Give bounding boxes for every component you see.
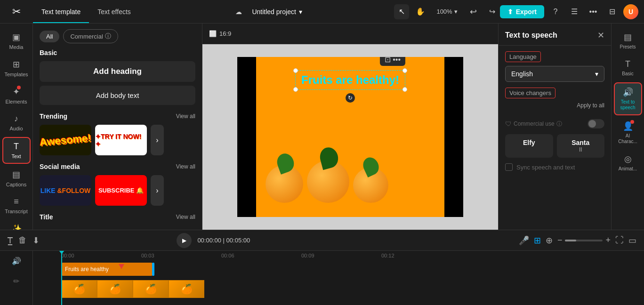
social-view-all[interactable]: View all: [176, 163, 195, 170]
zoom-control[interactable]: 100%▾: [432, 4, 462, 19]
video-clip-2[interactable]: 🍊: [97, 280, 133, 298]
download-icon[interactable]: ⬇: [32, 235, 40, 246]
text-track-end-handle[interactable]: [152, 263, 154, 276]
more-button[interactable]: •••: [586, 4, 601, 19]
text-tool-icon[interactable]: T̲: [8, 235, 13, 246]
video-clip-1[interactable]: 🍊: [61, 280, 97, 298]
apply-all-button[interactable]: Apply to all: [577, 102, 604, 109]
voice-card-santa[interactable]: Santa II: [557, 134, 605, 158]
sync-label: Sync speech and text: [516, 164, 575, 171]
right-item-ai-charac[interactable]: 👤 AI Charac...: [614, 117, 642, 148]
right-item-basic[interactable]: T Basic: [614, 56, 642, 80]
ai-gen-icon[interactable]: ⊞: [534, 235, 541, 246]
filter-all[interactable]: All: [40, 31, 59, 42]
effects-icon: ✨: [11, 224, 22, 230]
sidebar-item-audio[interactable]: ♪ Audio: [2, 110, 31, 135]
trending-item-awesome[interactable]: Awesome!: [40, 125, 91, 155]
timeline-right: 🎤 ⊞ ⊕ − + ⛶ ▭: [519, 235, 636, 246]
rotate-handle[interactable]: ↻: [346, 93, 355, 103]
avatar[interactable]: U: [623, 4, 638, 19]
animat-icon: ◎: [624, 154, 632, 164]
split-icon[interactable]: ⊕: [546, 235, 553, 246]
text-box[interactable]: Fruits are healthy! ↻: [295, 70, 405, 90]
title-view-all[interactable]: View all: [176, 214, 195, 220]
tts-voice-section: Voice changers Apply to all: [499, 88, 611, 119]
mic-icon[interactable]: 🎤: [519, 235, 529, 246]
play-button[interactable]: ▶: [177, 233, 192, 248]
basic-section: Basic Add heading Add body text: [33, 49, 202, 112]
language-select[interactable]: English ▾: [505, 66, 604, 82]
video-clips: 🍊 🍊 🍊 🍊: [61, 280, 204, 298]
project-name[interactable]: Untitled project ▾: [252, 8, 302, 16]
right-item-presets[interactable]: ▤ Presets: [614, 28, 642, 54]
upload-button[interactable]: ☁: [231, 4, 246, 19]
hand-tool[interactable]: ✋: [413, 4, 428, 19]
social-item-subscribe[interactable]: SUBSCRIBE 🔔: [95, 175, 147, 206]
tl-edit-icon[interactable]: ✏: [13, 277, 19, 286]
sidebar-item-transcript[interactable]: ≡ Transcript: [2, 193, 31, 218]
brand-button[interactable]: ☰: [567, 4, 582, 19]
layout-button[interactable]: ⊟: [604, 4, 620, 19]
handle-bl[interactable]: [293, 87, 298, 92]
social-item-like-follow[interactable]: LIKE &FOLLOW: [40, 175, 91, 206]
language-label: Language: [505, 51, 541, 62]
social-scroll-arrow[interactable]: ›: [151, 175, 164, 206]
captions-icon: ▤: [12, 169, 20, 180]
timeline-playhead: [61, 251, 62, 305]
select-tool[interactable]: ↖: [394, 4, 409, 19]
tv-icon[interactable]: ▭: [628, 235, 636, 246]
tab-text-template[interactable]: Text template: [33, 0, 89, 23]
topbar-right: ⬆ Export ? ☰ ••• ⊟ U: [500, 4, 644, 19]
sidebar-item-templates[interactable]: ⊞ Templates: [2, 56, 31, 81]
handle-tl[interactable]: [293, 68, 298, 73]
add-body-text-button[interactable]: Add body text: [40, 86, 195, 105]
voice-changers-label: Voice changers: [505, 88, 555, 98]
sidebar-item-effects[interactable]: ✨ Effects: [2, 220, 31, 230]
video-clip-3[interactable]: 🍊: [133, 280, 169, 298]
right-item-text-to-speech[interactable]: 🔊 Text tospeech: [614, 82, 642, 115]
tab-text-effects[interactable]: Text effects: [89, 0, 139, 23]
canvas-area: ⬜ 16:9 ⊡ •••: [202, 24, 498, 230]
tts-close-button[interactable]: ✕: [597, 30, 604, 40]
filter-commercial[interactable]: Commercial ⓘ: [63, 29, 118, 43]
topbar-center: ☁ Untitled project ▾: [139, 4, 394, 19]
trending-item-try[interactable]: ✦TRY IT NOW!✦: [95, 125, 147, 155]
voice-cards: Elfy Santa II: [499, 134, 611, 163]
arrow-indicator: [117, 259, 126, 271]
trending-view-all[interactable]: View all: [176, 113, 195, 120]
export-button[interactable]: ⬆ Export: [500, 5, 544, 18]
sync-checkbox[interactable]: [505, 163, 513, 171]
sidebar-item-text[interactable]: T Text: [2, 137, 31, 164]
ruler-mark-3: 00:09: [301, 253, 314, 258]
timeline-content: 🔊 ✏ 00:00 00:03 00:06 00:09 00:12: [0, 251, 644, 305]
text-selection-container[interactable]: ⊡ ••• Fruits are healthy! ↻: [295, 70, 405, 90]
sidebar-item-captions[interactable]: ▤ Captions: [2, 166, 31, 191]
handle-br[interactable]: [402, 87, 407, 92]
sync-section: Sync speech and text: [499, 163, 611, 177]
text-icon: T: [14, 142, 19, 152]
sidebar-item-elements[interactable]: ✦ Elements: [2, 83, 31, 108]
voice-card-elfy[interactable]: Elfy: [505, 134, 553, 158]
ruler-mark-1: 00:03: [141, 253, 154, 258]
tl-volume-icon[interactable]: 🔊: [12, 257, 21, 265]
undo-button[interactable]: ↩: [466, 4, 481, 19]
zoom-track[interactable]: [565, 240, 603, 241]
redo-button[interactable]: ↪: [485, 4, 500, 19]
timeline: T̲ 🗑 ⬇ ▶ 00:00:00 | 00:05:00 🎤 ⊞ ⊕ − +: [0, 230, 644, 305]
help-button[interactable]: ?: [548, 4, 563, 19]
video-clip-4[interactable]: 🍊: [169, 280, 204, 298]
copy-style-btn[interactable]: ⊡: [385, 57, 391, 64]
handle-tr[interactable]: [402, 68, 407, 73]
text-track-item[interactable]: Fruits are healthy: [61, 263, 153, 276]
delete-icon[interactable]: 🗑: [18, 235, 27, 245]
zoom-out-icon[interactable]: −: [557, 235, 563, 245]
fullscreen-icon[interactable]: ⛶: [615, 235, 624, 245]
voice-options: Apply to all: [505, 102, 604, 109]
zoom-in-icon[interactable]: +: [605, 235, 611, 245]
trending-scroll-arrow[interactable]: ›: [151, 125, 164, 155]
commercial-toggle[interactable]: [588, 119, 604, 128]
more-options-btn[interactable]: •••: [393, 57, 401, 64]
add-heading-button[interactable]: Add heading: [40, 61, 195, 82]
sidebar-item-media[interactable]: ▣ Media: [2, 28, 31, 54]
right-item-animat[interactable]: ◎ Animat...: [614, 150, 642, 176]
